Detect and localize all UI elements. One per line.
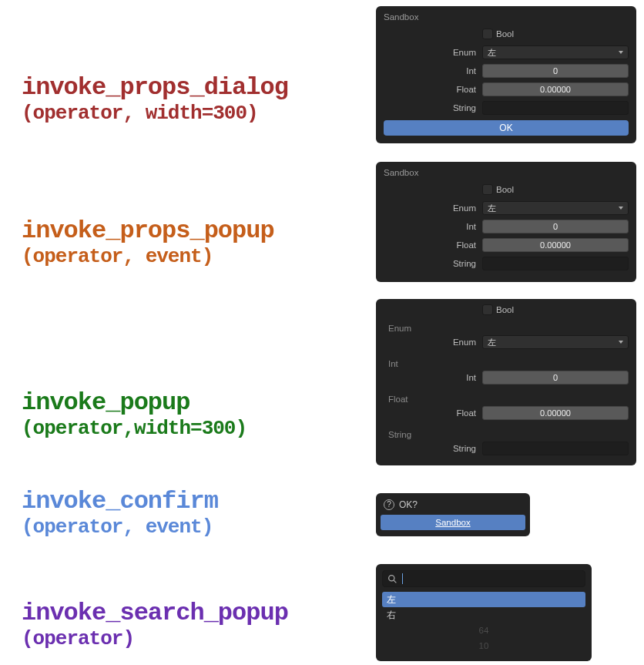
func-args-props-popup: (operator, event) xyxy=(22,245,376,268)
float-field[interactable]: 0.00000 xyxy=(482,82,629,96)
int-label: Int xyxy=(384,66,482,76)
bool-checkbox[interactable] xyxy=(482,29,493,39)
props-popup-panel: Sandbox Bool Enum 左 Int 0 Float 0.00000 xyxy=(376,162,636,282)
float-field[interactable]: 0.00000 xyxy=(482,406,629,420)
float-label: Float xyxy=(384,85,482,94)
ok-button[interactable]: OK xyxy=(384,120,629,136)
string-field[interactable] xyxy=(482,442,629,455)
confirm-title: OK? xyxy=(399,499,418,510)
enum-label: Enum xyxy=(384,338,482,347)
string-field[interactable] xyxy=(482,257,629,270)
outer-enum-label: Enum xyxy=(384,321,629,334)
bool-checkbox[interactable] xyxy=(482,304,493,315)
outer-int-label: Int xyxy=(384,356,629,370)
bool-checkbox[interactable] xyxy=(482,184,493,195)
outer-string-label: String xyxy=(384,427,629,441)
func-name-search: invoke_search_popup xyxy=(22,599,376,627)
outer-float-label: Float xyxy=(384,391,629,405)
question-icon: ? xyxy=(384,499,394,510)
search-dim-row: 10 xyxy=(382,638,585,653)
bool-label: Bool xyxy=(496,305,514,314)
float-field[interactable]: 0.00000 xyxy=(482,238,629,252)
search-result[interactable]: 右 xyxy=(382,607,585,623)
string-label: String xyxy=(384,444,482,453)
enum-select[interactable]: 左 xyxy=(482,201,629,215)
search-dim-row: 64 xyxy=(382,623,585,638)
popup-panel: Bool Enum Enum 左 Int Int 0 Float Float 0… xyxy=(376,299,636,465)
func-name-popup: invoke_popup xyxy=(22,388,376,417)
bool-label: Bool xyxy=(496,29,514,39)
enum-label: Enum xyxy=(384,48,482,57)
confirm-dialog: ? OK? Sandbox xyxy=(376,493,530,536)
func-args-props-dialog: (operator, width=300) xyxy=(22,102,376,125)
float-label: Float xyxy=(384,240,482,250)
string-label: String xyxy=(384,259,482,268)
func-name-props-dialog: invoke_props_dialog xyxy=(22,73,376,102)
search-popup-panel: 左 右 64 10 xyxy=(376,564,592,661)
string-field[interactable] xyxy=(482,101,629,115)
props-dialog-panel: Sandbox Bool Enum 左 Int 0 Float 0.00000 xyxy=(376,6,636,143)
func-name-confirm: invoke_confirm xyxy=(22,487,376,516)
enum-select[interactable]: 左 xyxy=(482,45,629,59)
text-cursor xyxy=(402,573,403,584)
float-label: Float xyxy=(384,408,482,418)
int-label: Int xyxy=(384,373,482,382)
func-args-search: (operator) xyxy=(22,627,376,650)
int-field[interactable]: 0 xyxy=(482,371,629,385)
bool-label: Bool xyxy=(496,185,514,194)
confirm-button[interactable]: Sandbox xyxy=(381,515,525,530)
func-args-popup: (operator,width=300) xyxy=(22,417,376,440)
int-field[interactable]: 0 xyxy=(482,64,629,78)
panel-title: Sandbox xyxy=(384,168,629,177)
func-name-props-popup: invoke_props_popup xyxy=(22,217,376,245)
string-label: String xyxy=(384,103,482,113)
int-field[interactable]: 0 xyxy=(482,220,629,233)
int-label: Int xyxy=(384,222,482,231)
enum-label: Enum xyxy=(384,203,482,213)
search-result-selected[interactable]: 左 xyxy=(382,592,585,607)
search-input[interactable] xyxy=(382,570,585,587)
enum-select[interactable]: 左 xyxy=(482,335,629,349)
search-icon xyxy=(387,574,397,584)
panel-title: Sandbox xyxy=(384,12,629,22)
svg-line-1 xyxy=(394,580,396,583)
svg-point-0 xyxy=(389,575,394,580)
func-args-confirm: (operator, event) xyxy=(22,516,376,539)
